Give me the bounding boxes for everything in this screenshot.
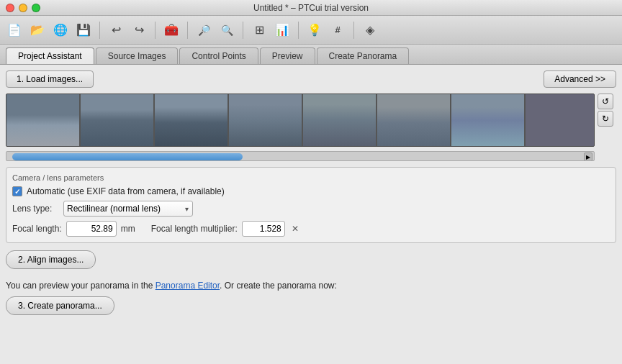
light-btn[interactable]: 💡 bbox=[305, 20, 325, 40]
number-btn[interactable]: # bbox=[328, 20, 348, 40]
zoom-out-btn[interactable]: 🔎 bbox=[194, 20, 214, 40]
image-thumb-7[interactable] bbox=[451, 94, 526, 146]
image-thumb-4[interactable] bbox=[229, 94, 303, 146]
lens-type-select-wrapper: Rectilinear (normal lens) Fisheye Equire… bbox=[63, 201, 193, 217]
maximize-button[interactable] bbox=[32, 4, 40, 12]
preview-text-before: You can preview your panorama in the bbox=[6, 281, 156, 291]
image-thumb-1[interactable] bbox=[6, 94, 81, 146]
separator-4 bbox=[243, 22, 243, 39]
tab-create-panorama[interactable]: Create Panorama bbox=[317, 47, 410, 64]
redo-btn[interactable]: ↪ bbox=[129, 20, 149, 40]
erase-btn[interactable]: ◈ bbox=[360, 20, 380, 40]
main-wrapper: 1. Load images... Advanced >> bbox=[6, 70, 616, 315]
save-btn[interactable]: 💾 bbox=[73, 20, 94, 40]
separator-1 bbox=[99, 22, 100, 39]
image-thumb-3[interactable] bbox=[155, 94, 229, 146]
assistant-btn[interactable]: 🧰 bbox=[161, 20, 181, 40]
grid-view-btn[interactable]: ⊞ bbox=[249, 20, 269, 40]
image-thumb-2[interactable] bbox=[81, 94, 155, 146]
image-thumb-5[interactable] bbox=[303, 94, 377, 146]
new-btn[interactable]: 📄 bbox=[4, 20, 24, 40]
lens-type-label: Lens type: bbox=[12, 204, 59, 214]
image-thumb-8[interactable] bbox=[526, 94, 594, 146]
params-title: Camera / lens parameters bbox=[12, 173, 610, 182]
camera-lens-params: Camera / lens parameters Automatic (use … bbox=[6, 167, 616, 243]
separator-3 bbox=[187, 22, 188, 39]
create-panorama-button[interactable]: 3. Create panorama... bbox=[6, 296, 114, 315]
focal-length-input[interactable] bbox=[66, 221, 117, 237]
image-strip-container bbox=[6, 94, 595, 147]
separator-6 bbox=[353, 22, 354, 39]
image-scrollbar[interactable]: ▶ bbox=[6, 151, 595, 161]
focal-length-label: Focal length: bbox=[12, 224, 62, 234]
image-strip bbox=[6, 94, 594, 146]
auto-checkbox[interactable] bbox=[12, 186, 22, 196]
scroll-thumb[interactable] bbox=[12, 153, 243, 160]
minimize-button[interactable] bbox=[19, 4, 27, 12]
auto-label: Automatic (use EXIF data from camera, if… bbox=[27, 186, 225, 196]
window-controls bbox=[6, 4, 40, 12]
advanced-button[interactable]: Advanced >> bbox=[544, 70, 616, 88]
strip-undo-btn[interactable]: ↺ bbox=[598, 94, 613, 109]
titlebar: Untitled * – PTCui trial version bbox=[0, 0, 622, 16]
open-btn[interactable]: 📂 bbox=[27, 20, 48, 40]
window-title: Untitled * – PTCui trial version bbox=[253, 3, 369, 13]
preview-text: You can preview your panorama in the Pan… bbox=[6, 281, 616, 291]
auto-row: Automatic (use EXIF data from camera, if… bbox=[12, 186, 610, 196]
scroll-right-btn[interactable]: ▶ bbox=[584, 153, 592, 161]
multiplier-label: Focal length multiplier: bbox=[151, 224, 238, 234]
multiplier-input[interactable] bbox=[242, 221, 285, 237]
lens-type-row: Lens type: Rectilinear (normal lens) Fis… bbox=[12, 201, 610, 217]
undo-btn[interactable]: ↩ bbox=[106, 20, 126, 40]
tab-control-points[interactable]: Control Points bbox=[179, 47, 258, 64]
focal-length-unit: mm bbox=[121, 224, 135, 234]
browse-btn[interactable]: 🌐 bbox=[50, 20, 71, 40]
table-btn[interactable]: 📊 bbox=[272, 20, 292, 40]
preview-text-after: . Or create the panorama now: bbox=[220, 281, 337, 291]
panorama-editor-link[interactable]: Panorama Editor bbox=[156, 281, 220, 291]
main-content: 1. Load images... Advanced >> bbox=[0, 65, 622, 364]
close-button[interactable] bbox=[6, 4, 14, 12]
separator-5 bbox=[298, 22, 299, 39]
tabbar: Project Assistant Source Images Control … bbox=[0, 45, 622, 65]
load-images-button[interactable]: 1. Load images... bbox=[6, 70, 94, 88]
focal-length-row: Focal length: mm Focal length multiplier… bbox=[12, 221, 610, 237]
separator-2 bbox=[155, 22, 156, 39]
tab-source-images[interactable]: Source Images bbox=[96, 47, 179, 64]
align-images-button[interactable]: 2. Align images... bbox=[6, 250, 96, 269]
tab-project-assistant[interactable]: Project Assistant bbox=[6, 47, 94, 64]
zoom-in-btn[interactable]: 🔍 bbox=[217, 20, 237, 40]
image-thumb-6[interactable] bbox=[377, 94, 451, 146]
multiplier-clear-btn[interactable]: ✕ bbox=[289, 223, 301, 235]
action-bar: 1. Load images... Advanced >> bbox=[6, 70, 616, 88]
toolbar: 📄 📂 🌐 💾 ↩ ↪ 🧰 🔎 🔍 ⊞ 📊 💡 # ◈ bbox=[0, 16, 622, 45]
lens-type-select[interactable]: Rectilinear (normal lens) Fisheye Equire… bbox=[63, 201, 193, 217]
tab-preview[interactable]: Preview bbox=[260, 47, 315, 64]
strip-redo-btn[interactable]: ↻ bbox=[598, 111, 613, 127]
